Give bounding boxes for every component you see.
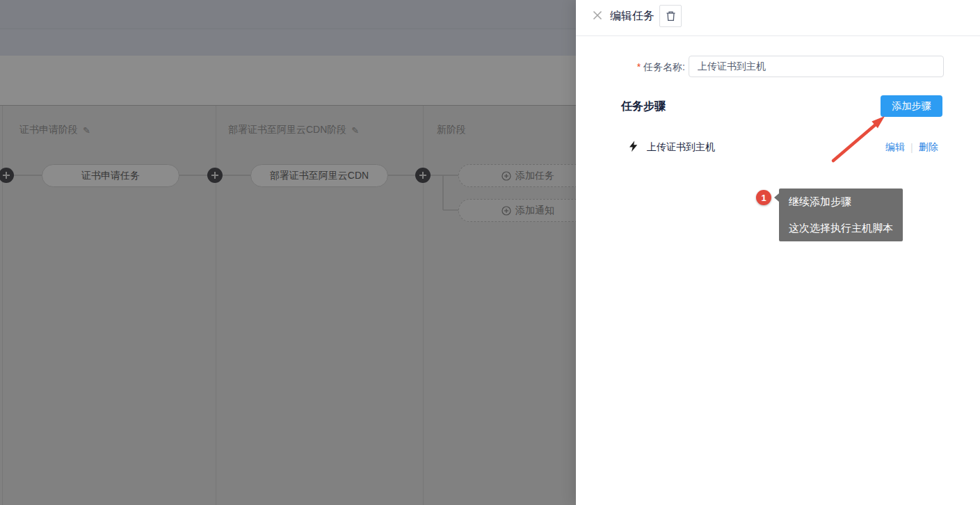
edit-task-drawer: 编辑任务 *任务名称: 任务步骤 添加步骤 上传证书到主机 编辑 | 删除 <box>576 0 980 505</box>
step-delete-link[interactable]: 删除 <box>919 141 938 154</box>
pipeline-edit-page: 证书申请阶段 ✎ 部署证书至阿里云CDN阶段 ✎ 新阶段 证书申请任务 部署证书… <box>0 0 980 505</box>
lightning-icon <box>628 141 638 152</box>
tooltip-notch <box>774 193 779 202</box>
task-name-input[interactable] <box>689 56 944 77</box>
drawer-title: 编辑任务 <box>610 9 654 24</box>
annotation-badge: 1 <box>756 190 771 205</box>
step-item-actions: 编辑 | 删除 <box>885 141 938 154</box>
step-edit-link[interactable]: 编辑 <box>885 141 905 154</box>
close-icon[interactable] <box>591 10 604 22</box>
pipeline-workbench: 证书申请阶段 ✎ 部署证书至阿里云CDN阶段 ✎ 新阶段 证书申请任务 部署证书… <box>0 0 576 505</box>
required-asterisk: * <box>637 61 641 72</box>
step-item-name: 上传证书到主机 <box>647 141 715 154</box>
tooltip-line: 这次选择执行主机脚本 <box>789 221 893 236</box>
task-name-label: *任务名称: <box>576 56 685 77</box>
delete-task-button[interactable] <box>659 5 682 27</box>
drawer-mask-overlay[interactable] <box>0 0 576 505</box>
drawer-header: 编辑任务 <box>576 0 980 36</box>
add-step-button[interactable]: 添加步骤 <box>881 95 942 117</box>
link-separator: | <box>910 142 913 153</box>
task-steps-heading: 任务步骤 <box>621 99 666 114</box>
tooltip-line: 继续添加步骤 <box>789 194 893 209</box>
annotation-tooltip: 继续添加步骤 这次选择执行主机脚本 <box>779 189 903 241</box>
trash-icon <box>666 10 676 22</box>
